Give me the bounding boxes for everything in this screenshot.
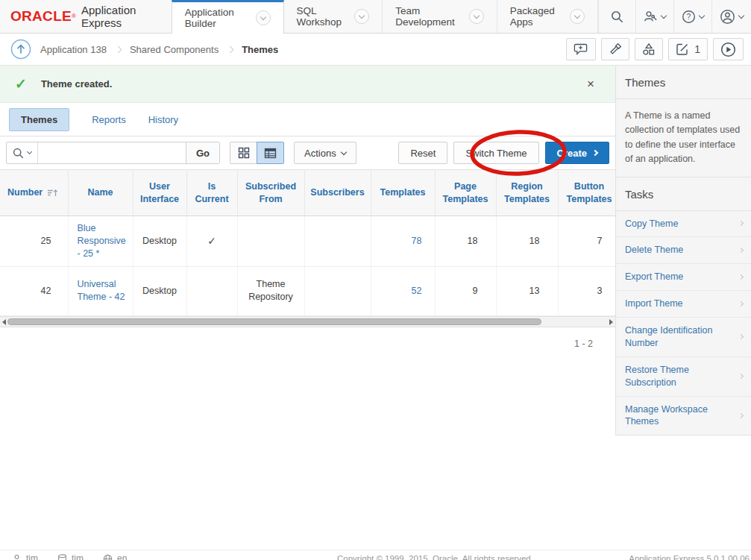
shapes-icon [642,43,656,56]
administration-menu-button[interactable] [635,0,673,33]
tab-team-development[interactable]: Team Development [383,0,497,33]
tab-reports[interactable]: Reports [92,114,126,125]
task-change-identification-number[interactable]: Change Identification Number [616,318,751,357]
play-icon [720,42,736,57]
cell-page-templates: 18 [435,216,496,267]
templates-count-link[interactable]: 52 [412,286,422,296]
edit-page-button[interactable]: 1 [668,38,708,60]
create-button[interactable]: Create [545,142,609,164]
task-label: Manage Workspace Themes [625,403,735,429]
check-icon: ✓ [207,235,216,247]
search-icon [13,148,24,159]
reset-button[interactable]: Reset [398,142,447,164]
column-header-region-templates[interactable]: Region Templates [496,170,558,216]
tab-history[interactable]: History [148,114,178,125]
cell-user-interface: Desktop [133,266,186,315]
column-header-subscribed-from[interactable]: Subscribed From [237,170,304,216]
scrollbar-thumb[interactable] [7,318,541,325]
tab-application-builder[interactable]: Application Builder [172,0,284,34]
feedback-bubble-icon [574,43,588,56]
column-header-is-current[interactable]: Is Current [186,170,237,216]
task-restore-theme-subscription[interactable]: Restore Theme Subscription [616,357,751,397]
run-application-button[interactable] [713,38,744,60]
task-label: Copy Theme [625,218,678,230]
switch-theme-button[interactable]: Switch Theme [453,142,538,164]
success-check-icon: ✓ [15,75,27,92]
chevron-right-icon [738,301,744,306]
column-header-button-templates[interactable]: Button Templates [558,170,615,216]
breadcrumb-themes: Themes [242,44,278,55]
column-header-name[interactable]: Name [68,170,133,216]
tab-sql-workshop[interactable]: SQL Workshop [284,0,383,33]
edit-page-icon [676,43,689,56]
themes-table: Number Name User Interface Is Current Su… [0,169,615,316]
breadcrumb-application[interactable]: Application 138 [40,44,107,55]
up-level-icon[interactable] [10,39,31,60]
theme-name-link[interactable]: Universal Theme - 42 [78,279,125,302]
copyright-text: Copyright © 1999, 2015, Oracle. All righ… [337,554,533,560]
task-import-theme[interactable]: Import Theme [616,291,751,318]
icon-view-button[interactable] [230,142,257,164]
global-search-button[interactable] [598,0,635,33]
footer-language: en [103,553,127,560]
task-delete-theme[interactable]: Delete Theme [616,237,751,264]
content-area: ✓ Theme created. × Themes Reports Histor… [0,66,751,435]
search-bar: Go [6,142,220,164]
search-input[interactable] [38,142,186,163]
chevron-right-icon [592,150,598,156]
templates-count-link[interactable]: 78 [412,236,422,246]
top-nav-tabs: Application Builder SQL Workshop Team De… [172,0,598,33]
region-tabs: Themes Reports History [0,103,615,136]
report-view-icon [264,148,277,159]
theme-name-link[interactable]: Blue Responsive - 25 * [78,223,126,259]
scroll-right-arrow-icon[interactable] [609,319,613,325]
account-menu-button[interactable] [711,0,751,33]
horizontal-scrollbar[interactable] [0,316,615,327]
table-row: 42 Universal Theme - 42 Desktop Theme Re… [0,266,615,315]
search-column-selector[interactable] [7,142,38,163]
column-header-page-templates[interactable]: Page Templates [435,170,496,216]
feedback-button[interactable] [566,38,596,60]
cell-region-templates: 18 [496,216,558,267]
chevron-down-icon[interactable] [354,9,369,24]
oracle-apex-logo: ORACLE® Application Express [0,0,172,33]
footer: tim tim en Copyright © 1999, 2015, Oracl… [0,550,751,560]
breadcrumb-shared-components[interactable]: Shared Components [130,44,219,55]
success-message-text: Theme created. [41,78,112,89]
chevron-down-icon[interactable] [469,9,484,24]
report-view-button[interactable] [257,142,284,164]
chevron-down-icon[interactable] [256,10,271,25]
shared-components-button[interactable] [635,38,663,60]
cell-templates: 52 [371,266,435,315]
column-header-user-interface[interactable]: User Interface [133,170,186,216]
tab-themes[interactable]: Themes [9,108,69,131]
close-icon[interactable]: × [587,78,594,90]
advisor-button[interactable] [601,38,629,60]
task-export-theme[interactable]: Export Theme [616,264,751,291]
report-toolbar: Go Actions Reset Switch Theme Create [0,136,615,169]
user-account-icon [720,9,735,25]
tasks-title: Tasks [616,177,751,211]
chevron-down-icon [340,148,346,154]
task-label: Restore Theme Subscription [625,364,735,389]
go-button[interactable]: Go [186,142,219,163]
actions-label: Actions [304,148,336,159]
search-icon [611,10,623,23]
chevron-right-icon [738,413,744,418]
tab-packaged-apps[interactable]: Packaged Apps [497,0,598,33]
column-header-templates[interactable]: Templates [371,170,435,216]
actions-menu-button[interactable]: Actions [294,142,356,164]
apex-themes-page: { "topnav": { "brand": { "oracle": "ORAC… [0,0,751,560]
task-copy-theme[interactable]: Copy Theme [616,211,751,238]
cell-subscribers [304,216,371,267]
chevron-right-icon [738,248,744,253]
help-menu-button[interactable]: ? [673,0,711,33]
column-header-number[interactable]: Number [0,170,68,216]
chevron-down-icon[interactable] [570,9,585,24]
breadcrumb: Application 138 Shared Components Themes [40,44,278,55]
themes-report-region: Number Name User Interface Is Current Su… [0,169,615,316]
scroll-left-arrow-icon[interactable] [2,319,6,325]
column-header-subscribers[interactable]: Subscribers [304,170,371,216]
chevron-down-icon [27,149,32,154]
task-manage-workspace-themes[interactable]: Manage Workspace Themes [616,397,751,435]
